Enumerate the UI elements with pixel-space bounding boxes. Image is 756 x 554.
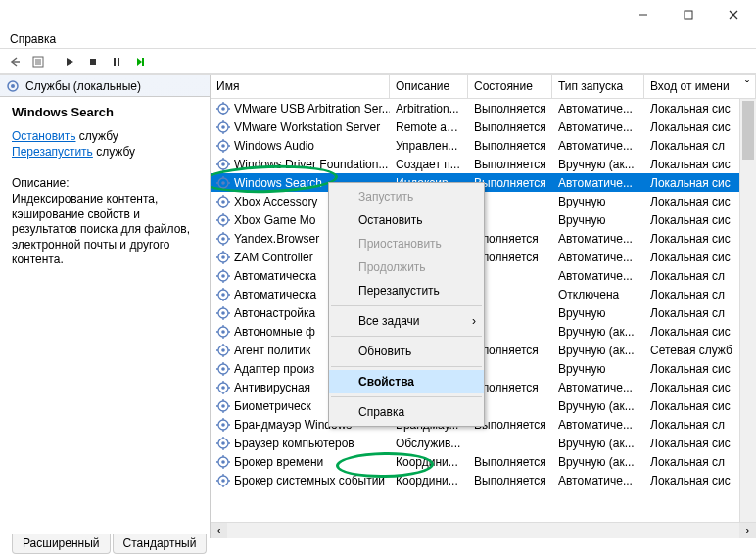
maximize-button[interactable] [666,0,711,29]
horizontal-scrollbar[interactable]: ‹ › [211,522,756,538]
stop-button[interactable] [82,51,104,72]
service-name: Биометрическ [234,399,311,413]
service-gear-icon [216,176,230,190]
ctx-refresh[interactable]: Обновить [329,340,484,363]
table-row[interactable]: Брокер времениКоордини...ВыполняетсяВруч… [211,452,756,471]
toolbar [0,49,756,74]
service-gear-icon [216,344,230,357]
close-button[interactable] [711,0,756,29]
table-row[interactable]: Windows AudioУправлен...ВыполняетсяАвтом… [211,136,756,155]
service-start: Вручную [552,195,644,208]
service-start: Автоматиче... [552,139,644,153]
ctx-properties[interactable]: Свойства [329,370,484,393]
svg-point-42 [221,181,225,185]
service-desc: Управлен... [390,139,468,153]
properties-button[interactable] [27,51,49,72]
ctx-help[interactable]: Справка [329,400,484,424]
service-gear-icon [216,362,230,376]
table-row[interactable]: Windows Driver Foundation...Создает п...… [211,155,756,173]
col-desc[interactable]: Описание [390,75,468,98]
back-button[interactable] [4,51,25,72]
minimize-button[interactable] [621,0,666,29]
restart-button[interactable] [129,51,151,72]
category-header[interactable]: Службы (локальные) [0,75,210,97]
service-gear-icon [216,399,230,413]
svg-point-78 [221,293,225,297]
ctx-stop[interactable]: Остановить [329,208,484,232]
scroll-right-icon[interactable]: › [739,523,756,539]
service-start: Вручную [552,306,644,320]
svg-rect-1 [685,11,692,19]
service-name: Антивирусная [234,381,310,394]
service-name: VMware Workstation Server [234,120,380,134]
service-start: Отключена [552,288,644,301]
svg-point-18 [221,107,225,111]
service-gear-icon [216,381,230,394]
table-row[interactable]: VMware USB Arbitration Ser...Arbitration… [211,99,756,117]
svg-point-30 [221,144,225,148]
svg-point-132 [221,460,225,464]
ctx-restart[interactable]: Перезапустить [329,279,484,302]
column-headers: Имя Описание Состояние Тип запуска Вход … [211,75,756,99]
service-gear-icon [216,232,230,246]
service-gear-icon [216,325,230,339]
svg-point-108 [221,386,225,390]
col-name[interactable]: Имя [211,75,390,98]
svg-rect-10 [90,59,96,65]
tab-extended[interactable]: Расширенный [12,534,111,554]
tab-standard[interactable]: Стандартный [113,534,208,554]
service-name: Windows Audio [234,139,314,153]
service-start: Вручную [552,213,644,227]
service-name: Автоматическа [234,269,316,283]
table-row[interactable]: VMware Workstation ServerRemote ac...Вып… [211,117,756,136]
svg-point-54 [221,218,225,222]
svg-rect-12 [118,58,119,66]
service-gear-icon [216,195,230,208]
svg-point-138 [221,479,225,483]
svg-point-102 [221,367,225,371]
service-desc: Arbitration... [390,102,468,115]
service-state: Выполняется [468,102,552,115]
menubar: Справка [0,29,756,49]
service-state: Выполняется [468,120,552,134]
restart-link[interactable]: Перезапустить [12,145,93,159]
service-name: Адаптер произ [234,362,314,376]
submenu-arrow-icon: › [472,314,476,328]
description-block: Описание: Индексирование контента, кэшир… [12,176,198,268]
service-gear-icon [216,251,230,264]
stop-link[interactable]: Остановить [12,129,76,143]
svg-point-36 [221,162,225,166]
svg-point-48 [221,200,225,204]
svg-point-96 [221,348,225,352]
svg-rect-14 [142,58,144,66]
service-gear-icon [216,139,230,153]
restart-action: Перезапустить службу [12,145,198,159]
scroll-left-icon[interactable]: ‹ [211,523,227,539]
category-title: Службы (локальные) [25,79,141,93]
menu-help[interactable]: Справка [2,30,64,48]
svg-rect-11 [114,58,116,66]
table-row[interactable]: Брокер системных событийКоордини...Выпол… [211,471,756,489]
table-row[interactable]: Браузер компьютеровОбслужив...Вручную (а… [211,434,756,452]
service-name: Xbox Game Mo [234,213,315,227]
service-desc: Координи... [390,474,468,487]
play-button[interactable] [59,51,80,72]
col-state[interactable]: Состояние [468,75,552,98]
service-name: Автонастройка [234,306,315,320]
ctx-alltasks[interactable]: Все задачи› [329,309,484,333]
svg-point-72 [221,274,225,278]
service-desc: Координи... [390,455,468,469]
service-title: Windows Search [12,105,198,119]
col-logon[interactable]: Вход от имени ˇ [644,75,756,98]
service-name: Windows Search [234,176,322,190]
service-gear-icon [216,120,230,134]
service-name: Автоматическа [234,288,316,301]
vertical-scrollbar[interactable] [739,99,756,522]
col-start[interactable]: Тип запуска [552,75,644,98]
service-desc: Remote ac... [390,120,468,134]
service-gear-icon [216,158,230,171]
pause-button[interactable] [106,51,127,72]
service-gear-icon [216,306,230,320]
service-gear-icon [216,418,230,432]
service-name: Yandex.Browser [234,232,319,246]
